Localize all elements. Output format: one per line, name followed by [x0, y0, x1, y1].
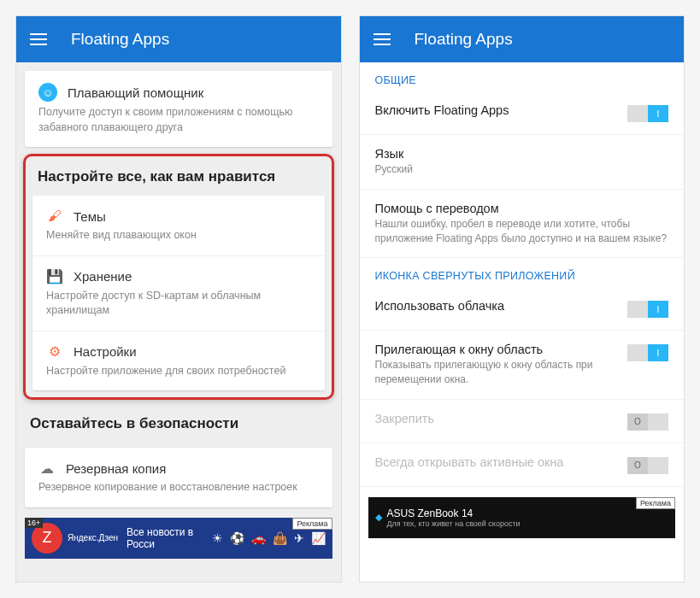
settings-scroll[interactable]: ОБЩИЕ Включить Floating Apps I Язык Русс…	[360, 62, 685, 582]
backup-title: Резервная копия	[66, 461, 166, 476]
translate-desc: Нашли ошибку, пробел в переводе или хоти…	[375, 217, 669, 246]
bubbles-title: Использовать облачка	[375, 299, 618, 313]
adjacent-toggle[interactable]: I	[627, 344, 668, 361]
bubbles-item[interactable]: Использовать облачка I	[360, 287, 685, 331]
translate-item[interactable]: Помощь с переводом Нашли ошибку, пробел …	[360, 190, 685, 259]
ad-text: Все новости в Росси	[126, 526, 211, 550]
menu-icon[interactable]	[30, 33, 47, 45]
cloud-icon: ☁	[38, 460, 56, 477]
helper-desc: Получите доступ к своим приложениям с по…	[38, 105, 319, 135]
main-scroll[interactable]: ☺ Плавающий помощник Получите доступ к с…	[16, 62, 341, 582]
section-icon: ИКОНКА СВЕРНУТЫХ ПРИЛОЖЕНИЙ	[360, 258, 685, 287]
enable-item[interactable]: Включить Floating Apps I	[360, 91, 685, 135]
helper-title: Плавающий помощник	[68, 85, 203, 100]
phone-left: Floating Apps ☺ Плавающий помощник Получ…	[15, 15, 342, 583]
helper-card[interactable]: ☺ Плавающий помощник Получите доступ к с…	[25, 71, 332, 147]
ad-banner-asus[interactable]: ◆ ASUS ZenBook 14 Для тех, кто живет на …	[368, 497, 676, 538]
ad-asus-sub: Для тех, кто живет на своей скорости	[387, 519, 521, 528]
themes-desc: Меняйте вид плавающих окон	[46, 228, 311, 243]
safety-section-title: Оставайтесь в безопасности	[16, 400, 341, 439]
adjacent-title: Прилегающая к окну область	[375, 343, 618, 356]
action-bar: Floating Apps	[16, 16, 341, 62]
section-general: ОБЩИЕ	[360, 62, 685, 91]
translate-title: Помощь с переводом	[375, 202, 669, 215]
ad-banner-zen[interactable]: 16+ Z Яндекс.Дзен Все новости в Росси Ре…	[25, 518, 332, 559]
ad-age-tag: 16+	[25, 518, 43, 528]
settings-item[interactable]: ⚙ Настройки Настройте приложение для сво…	[32, 331, 325, 391]
backup-desc: Резервное копирование и восстановление н…	[38, 480, 319, 495]
storage-item[interactable]: 💾 Хранение Настройте доступ к SD-картам …	[32, 256, 325, 331]
customize-highlight: Настройте все, как вам нравится 🖌 Темы М…	[23, 154, 334, 400]
always-open-title: Всегда открывать активные окна	[375, 455, 618, 469]
phone-right: Floating Apps ОБЩИЕ Включить Floating Ap…	[359, 15, 685, 583]
smiley-icon: ☺	[38, 83, 57, 102]
ad-icons-row: ☀⚽🚗👜✈📈	[212, 531, 326, 545]
app-title: Floating Apps	[415, 30, 513, 49]
gear-icon: ⚙	[46, 343, 63, 361]
ad-tag: Реклама	[292, 518, 332, 530]
ad-asus-text: ASUS ZenBook 14	[387, 507, 521, 519]
adjacent-item[interactable]: Прилегающая к окну область Показывать пр…	[360, 331, 685, 400]
ad-tag: Реклама	[636, 497, 675, 509]
themes-item[interactable]: 🖌 Темы Меняйте вид плавающих окон	[32, 196, 325, 256]
always-open-toggle[interactable]: O	[627, 457, 668, 474]
menu-icon[interactable]	[374, 33, 391, 45]
pin-toggle[interactable]: O	[627, 413, 668, 431]
customize-card: 🖌 Темы Меняйте вид плавающих окон 💾 Хран…	[32, 196, 325, 390]
save-icon: 💾	[46, 268, 63, 285]
adjacent-desc: Показывать прилегающую к окну область пр…	[375, 358, 618, 387]
brush-icon: 🖌	[46, 208, 63, 225]
pin-item[interactable]: Закрепить O	[360, 400, 685, 443]
app-title: Floating Apps	[71, 30, 169, 49]
intel-icon: ◆	[375, 512, 382, 523]
action-bar: Floating Apps	[360, 16, 685, 62]
enable-title: Включить Floating Apps	[375, 103, 618, 117]
enable-toggle[interactable]: I	[627, 105, 668, 122]
pin-title: Закрепить	[375, 412, 618, 425]
settings-title: Настройки	[74, 344, 137, 359]
customize-section-title: Настройте все, как вам нравится	[26, 156, 332, 191]
language-title: Язык	[375, 147, 669, 161]
ad-zen-label: Яндекс.Дзен	[68, 533, 118, 542]
settings-desc: Настройте приложение для своих потребнос…	[46, 364, 311, 379]
storage-desc: Настройте доступ к SD-картам и облачным …	[46, 289, 311, 319]
storage-title: Хранение	[74, 269, 132, 284]
language-item[interactable]: Язык Русский	[360, 135, 685, 190]
bubbles-toggle[interactable]: I	[627, 301, 668, 318]
backup-card[interactable]: ☁ Резервная копия Резервное копирование …	[25, 448, 332, 507]
themes-title: Темы	[74, 209, 106, 224]
always-open-item[interactable]: Всегда открывать активные окна O	[360, 443, 685, 487]
language-value: Русский	[375, 162, 669, 177]
